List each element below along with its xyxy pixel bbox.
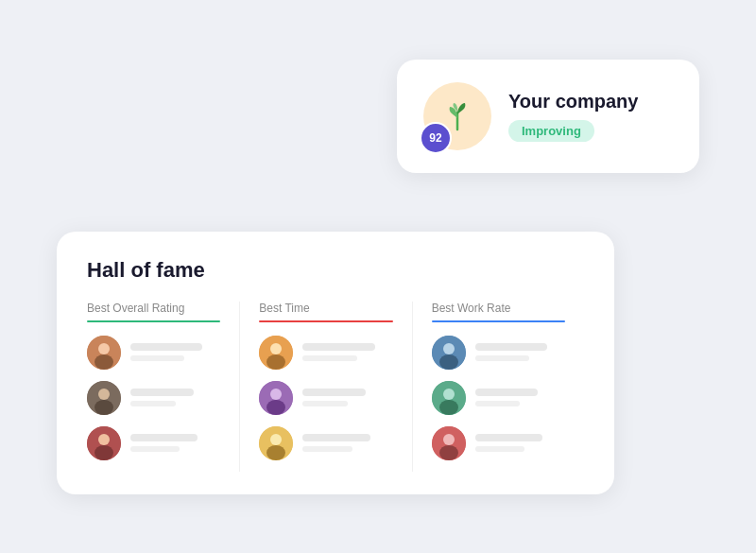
- sub-bar: [475, 355, 529, 361]
- name-bar: [302, 389, 366, 396]
- status-badge: Improving: [508, 120, 594, 142]
- name-bar: [302, 343, 374, 351]
- hall-of-fame-card: Hall of fame Best Overall Rating: [57, 232, 614, 494]
- name-bar: [130, 389, 194, 396]
- avatar: [432, 336, 466, 370]
- col-line-work-rate: [432, 320, 565, 322]
- svg-point-7: [98, 434, 110, 445]
- col-line-overall: [87, 320, 220, 322]
- svg-point-20: [439, 354, 458, 370]
- person-info: [302, 434, 392, 452]
- avatar: [259, 336, 293, 370]
- svg-point-8: [94, 445, 113, 460]
- sub-bar: [130, 446, 180, 452]
- person-row: [259, 426, 392, 460]
- company-info: Your company Improving: [508, 91, 638, 142]
- sub-bar: [130, 401, 176, 406]
- svg-point-26: [439, 445, 458, 460]
- avatar: [432, 426, 466, 460]
- avatar: [259, 381, 293, 415]
- column-best-work-rate: Best Work Rate: [432, 302, 584, 472]
- person-row: [259, 381, 392, 415]
- person-row: [259, 336, 392, 370]
- svg-point-1: [98, 343, 110, 354]
- sub-bar: [302, 401, 348, 406]
- col-header-work-rate: Best Work Rate: [432, 302, 565, 315]
- svg-point-16: [270, 434, 282, 445]
- sub-bar: [130, 355, 184, 361]
- avatar: [87, 381, 121, 415]
- column-best-time: Best Time: [259, 302, 412, 472]
- svg-point-13: [270, 389, 282, 400]
- name-bar: [302, 434, 369, 441]
- person-info: [130, 389, 220, 406]
- avatar: [432, 381, 466, 415]
- sub-bar: [475, 401, 521, 406]
- svg-point-2: [94, 354, 113, 370]
- name-bar: [475, 434, 542, 441]
- company-card: 92 Your company Improving: [397, 60, 699, 173]
- score-badge: 92: [420, 122, 452, 154]
- person-info: [475, 434, 565, 452]
- name-bar: [475, 389, 539, 396]
- person-info: [130, 343, 220, 361]
- svg-point-23: [439, 400, 458, 415]
- person-row: [87, 381, 220, 415]
- person-info: [475, 343, 565, 361]
- svg-point-4: [98, 389, 110, 400]
- hall-of-fame-title: Hall of fame: [87, 258, 584, 283]
- person-info: [302, 343, 392, 361]
- columns: Best Overall Rating: [87, 302, 584, 472]
- name-bar: [130, 343, 202, 351]
- svg-point-11: [266, 354, 285, 370]
- sub-bar: [302, 446, 352, 452]
- svg-point-10: [270, 343, 282, 354]
- person-info: [475, 389, 565, 406]
- sub-bar: [475, 446, 524, 452]
- svg-point-22: [443, 389, 455, 400]
- avatar: [87, 336, 121, 370]
- svg-point-25: [443, 434, 455, 445]
- person-row: [432, 336, 565, 370]
- scene: 92 Your company Improving Hall of fame B…: [57, 60, 699, 494]
- avatar: [87, 426, 121, 460]
- score-value: 92: [429, 131, 441, 145]
- name-bar: [475, 343, 547, 351]
- col-line-time: [259, 320, 392, 322]
- svg-point-19: [443, 343, 455, 354]
- sub-bar: [302, 355, 356, 361]
- col-header-time: Best Time: [259, 302, 392, 315]
- svg-point-17: [266, 445, 285, 460]
- person-info: [130, 434, 220, 452]
- person-row: [87, 336, 220, 370]
- svg-point-14: [266, 400, 285, 415]
- svg-point-5: [94, 400, 113, 415]
- person-row: [87, 426, 220, 460]
- avatar: [259, 426, 293, 460]
- name-bar: [130, 434, 198, 441]
- person-info: [302, 389, 392, 406]
- person-row: [432, 381, 565, 415]
- person-row: [432, 426, 565, 460]
- column-best-overall: Best Overall Rating: [87, 302, 240, 472]
- col-header-overall: Best Overall Rating: [87, 302, 220, 315]
- company-name: Your company: [508, 91, 638, 112]
- company-icon-wrap: 92: [423, 82, 491, 150]
